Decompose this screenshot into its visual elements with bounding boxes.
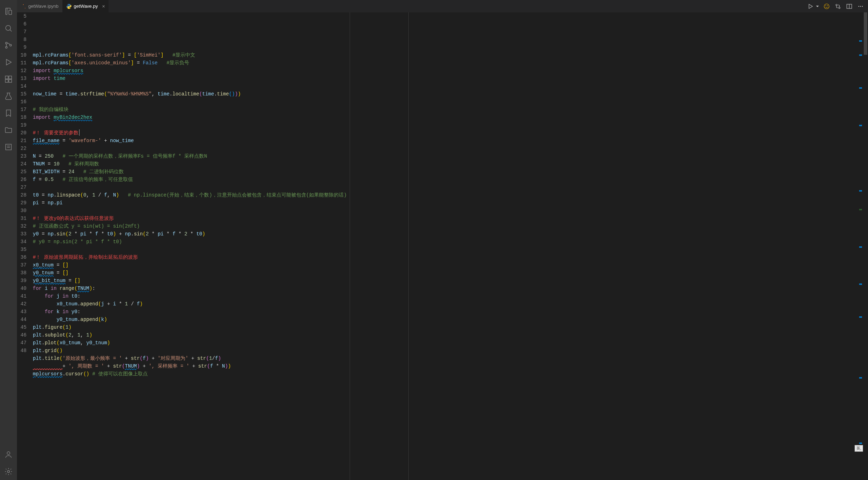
code-line[interactable] — [33, 43, 858, 51]
code-line[interactable] — [33, 121, 858, 129]
code-line[interactable]: mpl.rcParams['axes.unicode_minus'] = Fal… — [33, 59, 858, 67]
code-line[interactable]: y0_tnum = [] — [33, 269, 858, 277]
split-editor-icon[interactable] — [845, 2, 853, 10]
code-line[interactable]: mpl.rcParams['font.sans-serif'] = ['SimH… — [33, 51, 858, 59]
svg-point-0 — [6, 25, 11, 30]
svg-point-14 — [826, 5, 826, 6]
svg-rect-8 — [6, 144, 11, 150]
code-line[interactable] — [33, 82, 858, 90]
svg-rect-4 — [5, 76, 8, 79]
bookmarks-icon[interactable] — [0, 105, 17, 122]
settings-icon[interactable] — [0, 463, 17, 480]
code-line[interactable] — [33, 183, 858, 191]
code-line[interactable]: y0 = np.sin(2 * pi * f * t0) + np.sin(2 … — [33, 230, 858, 238]
emoji-icon[interactable] — [823, 2, 831, 10]
tab-getwave-py[interactable]: getWave.py × — [63, 0, 109, 12]
run-dropdown-icon[interactable] — [816, 2, 819, 10]
activity-bar — [0, 0, 17, 480]
code-line[interactable]: t0 = np.linspace(0, 1 / f, N) # np.linsp… — [33, 191, 858, 199]
search-icon[interactable] — [0, 20, 17, 37]
extensions-icon[interactable] — [0, 71, 17, 88]
folder-icon[interactable] — [0, 122, 17, 139]
code-line[interactable]: file_name = 'waveform-' + now_time — [33, 137, 858, 145]
svg-point-21 — [862, 6, 863, 7]
code-line[interactable]: plt.title('原始波形，最小频率 = ' + str(f) + '对应周… — [33, 355, 858, 362]
editor[interactable]: 5678910111213141516171819202122232425262… — [17, 12, 868, 480]
code-line[interactable]: #！ 更改y0的表达式以获得任意波形 — [33, 215, 858, 222]
more-icon[interactable] — [857, 2, 864, 10]
code-line[interactable]: y0_tnum.append(k) — [33, 316, 858, 323]
tab-label: getWave.py — [74, 4, 98, 9]
code-line[interactable]: x0_tnum = [] — [33, 261, 858, 269]
code-line[interactable]: import myBin2dec2hex — [33, 113, 858, 121]
code-line[interactable]: import time — [33, 75, 858, 82]
code-line[interactable]: TNUM = 10 # 采样周期数 — [33, 160, 858, 168]
code-line[interactable]: + ', 周期数 = ' + str(TNUM) + ', 采样频率 = ' +… — [33, 362, 858, 370]
svg-point-15 — [827, 5, 828, 6]
code-line[interactable]: N = 250 # 一个周期的采样点数，采样频率Fs = 信号频率f * 采样点… — [33, 152, 858, 160]
git-compare-icon[interactable] — [834, 2, 842, 10]
code-line[interactable]: # 我的自编模块 — [33, 106, 858, 113]
run-button[interactable] — [806, 2, 814, 10]
svg-point-2 — [6, 47, 7, 48]
code-line[interactable]: plt.plot(x0_tnum, y0_tnum) — [33, 339, 858, 347]
svg-point-3 — [10, 45, 12, 46]
code-line[interactable]: x0_tnum.append(j + i * 1 / f) — [33, 300, 858, 308]
svg-rect-6 — [5, 80, 8, 82]
code-line[interactable]: pi = np.pi — [33, 199, 858, 207]
code-line[interactable]: for j in t0: — [33, 292, 858, 300]
code-line[interactable] — [33, 145, 858, 152]
code-line[interactable]: # y0 = np.sin(2 * pi * f * t0) — [33, 238, 858, 246]
ime-badge: 英, — [855, 445, 863, 452]
svg-point-20 — [860, 6, 861, 7]
svg-point-19 — [858, 6, 860, 7]
code-line[interactable]: #！ 需要变更的参数 — [33, 129, 858, 137]
code-line[interactable]: y0_bit_tnum = [] — [33, 277, 858, 285]
outline-icon[interactable] — [0, 139, 17, 156]
code-line[interactable]: now_time = time.strftime("%Y%m%d-%H%M%S"… — [33, 90, 858, 98]
tab-getwave-ipynb[interactable]: getWave.ipynb — [17, 0, 63, 12]
code-line[interactable]: # 正弦函数公式 y = sin(wt) = sin(2πft) — [33, 222, 858, 230]
code-area[interactable]: mpl.rcParams['font.sans-serif'] = ['SimH… — [33, 12, 858, 480]
code-line[interactable]: for i in range(TNUM): — [33, 285, 858, 292]
source-control-icon[interactable] — [0, 37, 17, 54]
code-line[interactable] — [33, 98, 858, 106]
python-icon — [66, 4, 72, 9]
svg-point-13 — [824, 4, 829, 9]
code-line[interactable] — [33, 246, 858, 253]
code-line[interactable] — [33, 207, 858, 215]
run-debug-icon[interactable] — [0, 54, 17, 71]
svg-point-9 — [7, 452, 10, 455]
scroll-thumb[interactable] — [864, 12, 867, 55]
code-line[interactable]: BIT_WIDTH = 24 # 二进制补码位数 — [33, 168, 858, 176]
svg-point-11 — [23, 4, 24, 5]
code-line[interactable] — [33, 378, 858, 386]
svg-point-1 — [6, 42, 7, 44]
vertical-scrollbar[interactable] — [863, 12, 868, 480]
jupyter-icon — [21, 4, 26, 9]
svg-point-16 — [836, 4, 837, 6]
accounts-icon[interactable] — [0, 446, 17, 463]
code-line[interactable]: plt.figure(1) — [33, 323, 858, 331]
explorer-icon[interactable] — [0, 3, 17, 20]
tabs-bar: getWave.ipynb getWave.py × — [17, 0, 868, 12]
editor-actions — [803, 0, 868, 12]
code-line[interactable]: plt.grid() — [33, 347, 858, 355]
code-line[interactable]: for k in y0: — [33, 308, 858, 316]
svg-point-17 — [839, 7, 840, 8]
svg-rect-7 — [9, 80, 12, 82]
editor-ruler — [408, 12, 409, 480]
code-line[interactable]: plt.subplot(2, 1, 1) — [33, 331, 858, 339]
code-line[interactable]: f = 0.5 # 正弦信号的频率，可任意取值 — [33, 176, 858, 183]
close-icon[interactable]: × — [102, 4, 105, 9]
testing-icon[interactable] — [0, 88, 17, 105]
code-line[interactable]: mplcursors.cursor() # 使得可以在图像上取点 — [33, 370, 858, 378]
code-line[interactable]: import mplcursors — [33, 67, 858, 75]
svg-rect-5 — [9, 76, 12, 79]
tab-label: getWave.ipynb — [28, 4, 59, 9]
code-line[interactable]: #！ 原始波形周期延拓，并绘制出延拓后的波形 — [33, 253, 858, 261]
editor-ruler — [350, 12, 350, 480]
overview-ruler — [858, 12, 863, 480]
line-numbers: 5678910111213141516171819202122232425262… — [17, 12, 33, 480]
svg-point-12 — [25, 8, 25, 8]
